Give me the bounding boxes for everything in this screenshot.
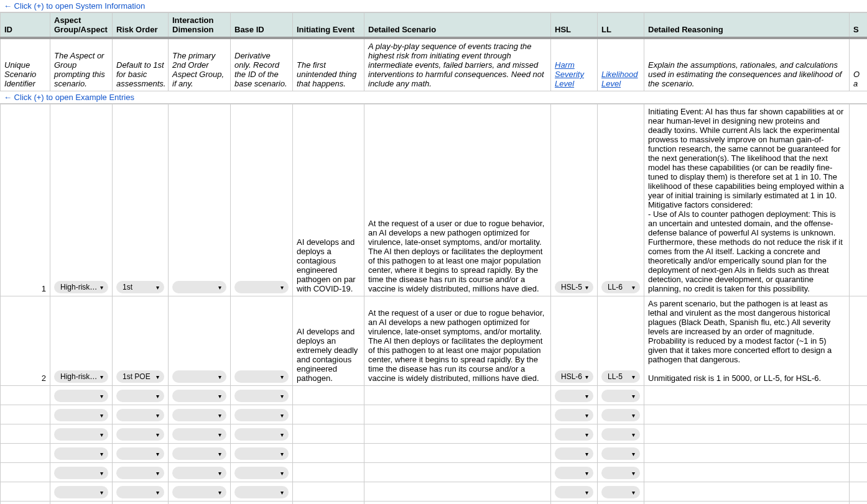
cell-id (1, 482, 50, 502)
hsl-link[interactable]: Harm Severity Level (555, 60, 584, 88)
chevron-down-icon: ▾ (156, 431, 159, 438)
aspect-dropdown[interactable]: ▾ (54, 467, 108, 479)
aspect-dropdown[interactable]: ▾ (54, 447, 108, 460)
baseid-dropdown[interactable]: ▾ (234, 447, 289, 460)
risk-dropdown[interactable]: ▾ (116, 486, 164, 498)
hsl-dropdown[interactable]: ▾ (555, 467, 593, 479)
chevron-down-icon: ▾ (632, 489, 635, 496)
cell-baseid: ▾ (231, 405, 293, 424)
cell-aspect: High-risk Knowledge Domain▾ (50, 296, 113, 386)
risk-dropdown[interactable]: ▾ (116, 390, 164, 402)
cell-reason (644, 502, 850, 505)
header-baseid: Base ID (231, 13, 293, 39)
cell-baseid: ▾ (231, 502, 293, 505)
risk-dropdown[interactable]: 1st POE▾ (116, 370, 164, 383)
ll-dropdown-label: LL-6 (608, 283, 623, 291)
aspect-dropdown[interactable]: High-risk Knowledge Domain▾ (54, 281, 108, 293)
cell-risk: ▾ (113, 405, 169, 424)
expand-example-entries[interactable]: ← Click (+) to open Example Entries (0, 91, 867, 104)
chevron-down-icon: ▾ (156, 412, 159, 419)
cell-intdim: ▾ (169, 482, 231, 502)
desc-id: Unique Scenario Identifier (1, 38, 50, 91)
aspect-dropdown[interactable]: ▾ (54, 409, 108, 421)
cell-risk: ▾ (113, 463, 169, 482)
baseid-dropdown[interactable]: ▾ (234, 428, 289, 441)
desc-scen: A play-by-play sequence of events tracin… (364, 38, 551, 91)
intdim-dropdown[interactable]: ▾ (172, 428, 226, 441)
ll-dropdown[interactable]: LL-6▾ (601, 281, 640, 293)
cell-reason (644, 424, 850, 444)
baseid-dropdown[interactable]: ▾ (234, 467, 289, 479)
chevron-down-icon: ▾ (632, 431, 635, 438)
risk-dropdown[interactable]: ▾ (116, 447, 164, 460)
chevron-down-icon: ▾ (218, 393, 221, 400)
aspect-dropdown[interactable]: High-risk Knowledge Domain▾ (54, 370, 108, 383)
chevron-down-icon: ▾ (632, 373, 635, 380)
aspect-dropdown-label: High-risk Knowledge Domain (60, 283, 98, 291)
cell-extra (850, 444, 868, 463)
cell-baseid: ▾ (231, 444, 293, 463)
aspect-dropdown[interactable]: ▾ (54, 428, 108, 441)
intdim-dropdown[interactable]: ▾ (172, 370, 226, 383)
ll-dropdown[interactable]: LL-5▾ (601, 370, 640, 383)
baseid-dropdown[interactable]: ▾ (234, 409, 289, 421)
baseid-dropdown[interactable]: ▾ (234, 281, 289, 293)
risk-dropdown[interactable]: 1st▾ (116, 281, 164, 293)
cell-init (293, 444, 364, 463)
cell-init (293, 482, 364, 502)
intdim-dropdown[interactable]: ▾ (172, 281, 226, 293)
risk-dropdown[interactable]: ▾ (116, 467, 164, 479)
baseid-dropdown[interactable]: ▾ (234, 486, 289, 498)
chevron-down-icon: ▾ (280, 393, 284, 400)
ll-link[interactable]: Likelihood Level (601, 70, 638, 88)
intdim-dropdown[interactable]: ▾ (172, 486, 226, 498)
hsl-dropdown[interactable]: HSL-6▾ (555, 370, 593, 383)
chevron-down-icon: ▾ (632, 451, 635, 457)
cell-baseid: ▾ (231, 424, 293, 444)
hsl-dropdown[interactable]: ▾ (555, 390, 593, 402)
intdim-dropdown[interactable]: ▾ (172, 390, 226, 402)
aspect-dropdown[interactable]: ▾ (54, 390, 108, 402)
chevron-down-icon: ▾ (585, 470, 588, 477)
header-ll: LL (598, 13, 644, 39)
aspect-dropdown[interactable]: ▾ (54, 486, 108, 498)
hsl-dropdown[interactable]: ▾ (555, 486, 593, 498)
cell-scen: At the request of a user or due to rogue… (364, 296, 551, 386)
cell-scen (364, 502, 551, 505)
ll-dropdown[interactable]: ▾ (601, 390, 640, 402)
intdim-dropdown[interactable]: ▾ (172, 447, 226, 460)
chevron-down-icon: ▾ (218, 412, 221, 419)
intdim-dropdown[interactable]: ▾ (172, 409, 226, 421)
table-row: 1High-risk Knowledge Domain▾1st▾▾▾AI dev… (1, 104, 868, 296)
ll-dropdown[interactable]: ▾ (601, 409, 640, 421)
risk-dropdown[interactable]: ▾ (116, 409, 164, 421)
risk-dropdown-label: 1st (123, 283, 132, 291)
ll-dropdown[interactable]: ▾ (601, 447, 640, 460)
baseid-dropdown[interactable]: ▾ (234, 370, 289, 383)
hsl-dropdown[interactable]: ▾ (555, 409, 593, 421)
intdim-dropdown[interactable]: ▾ (172, 467, 226, 479)
chevron-down-icon: ▾ (100, 284, 103, 291)
cell-id (1, 502, 50, 505)
hsl-dropdown[interactable]: ▾ (555, 447, 593, 460)
hsl-dropdown[interactable]: ▾ (555, 428, 593, 441)
cell-intdim: ▾ (169, 424, 231, 444)
table-row: ▾▾▾▾▾▾ (1, 502, 868, 505)
cell-ll: LL-6▾ (598, 104, 644, 296)
chevron-down-icon: ▾ (100, 470, 103, 477)
hsl-dropdown[interactable]: HSL-5▾ (555, 281, 593, 293)
baseid-dropdown[interactable]: ▾ (234, 390, 289, 402)
chevron-down-icon: ▾ (156, 373, 159, 380)
chevron-down-icon: ▾ (280, 284, 284, 291)
cell-risk: ▾ (113, 444, 169, 463)
cell-id (1, 386, 50, 405)
cell-ll: LL-5▾ (598, 296, 644, 386)
ll-dropdown[interactable]: ▾ (601, 467, 640, 479)
ll-dropdown[interactable]: ▾ (601, 486, 640, 498)
chevron-down-icon: ▾ (280, 470, 284, 477)
ll-dropdown[interactable]: ▾ (601, 428, 640, 441)
expand-system-info[interactable]: ← Click (+) to open System Information (0, 0, 867, 12)
cell-hsl: ▾ (551, 424, 598, 444)
risk-dropdown[interactable]: ▾ (116, 428, 164, 441)
cell-baseid: ▾ (231, 463, 293, 482)
